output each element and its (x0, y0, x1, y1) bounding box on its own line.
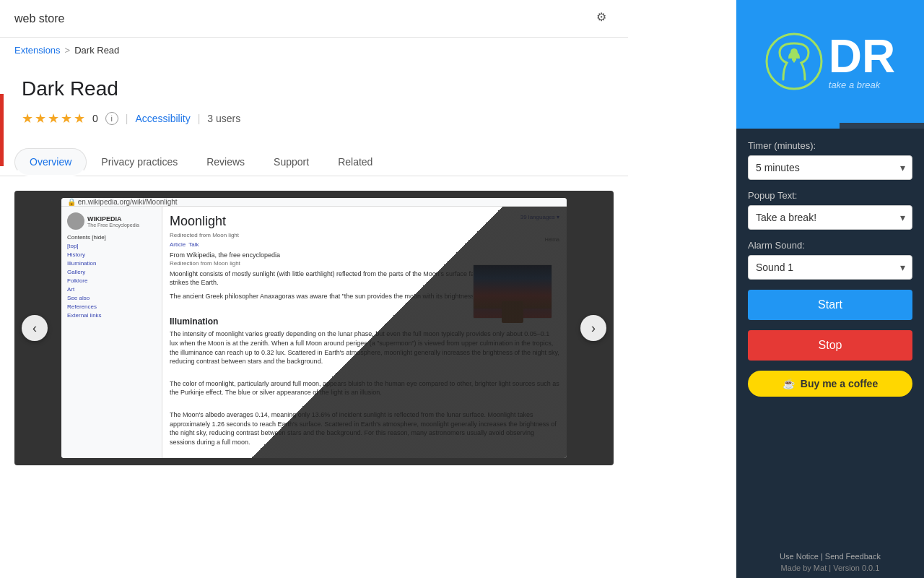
dr-logo-text: DR take a break (829, 33, 895, 90)
start-button[interactable]: Start (748, 290, 912, 320)
wiki-top-bar: 🔒 en.wikipedia.org/wiki/Moonlight (61, 198, 567, 207)
top-bar: web store ⚙ (0, 0, 628, 38)
dr-extension-popup: DR take a break Timer (minutes): 5 minut… (736, 0, 924, 578)
wiki-content: Moonlight Redirected from Moon light 39 … (162, 207, 567, 458)
popup-text-label: Popup Text: (748, 190, 912, 201)
dr-tagline: take a break (829, 79, 895, 90)
alarm-sound-field: Alarm Sound: Sound 1 Sound 2 Sound 3 ▾ (748, 240, 912, 280)
dr-logo-inner: DR take a break (765, 33, 895, 90)
gear-icon[interactable]: ⚙ (596, 10, 614, 27)
wiki-url: 🔒 en.wikipedia.org/wiki/Moonlight (67, 198, 178, 206)
wiki-sidebar-folklore[interactable]: Folklore (67, 277, 156, 284)
progress-bar-container (736, 123, 924, 129)
dr-logo-area: DR take a break (736, 0, 924, 123)
red-accent-bar (0, 94, 4, 166)
svg-point-2 (793, 61, 795, 63)
navigation-tabs: Overview Privacy practices Reviews Suppo… (0, 134, 628, 176)
extension-meta: ★ ★ ★ ★ ★ 0 i | Accessibility | 3 users (22, 111, 614, 126)
timer-field: Timer (minutes): 5 minutes 10 minutes 15… (748, 140, 912, 180)
coffee-label: Buy me a coffee (801, 378, 878, 389)
wiki-page-title: Moonlight (170, 214, 239, 229)
breadcrumb: Extensions > Dark Read (0, 38, 628, 63)
popup-text-select[interactable]: Take a break! Stand up! Drink water! (748, 205, 912, 230)
popup-text-field: Popup Text: Take a break! Stand up! Drin… (748, 190, 912, 230)
accessibility-link[interactable]: Accessibility (135, 113, 190, 124)
wiki-albedo-text: The Moon's albedo averages 0.14, meaning… (170, 410, 559, 447)
tab-overview[interactable]: Overview (14, 148, 87, 176)
screenshot-area: ‹ 🔒 en.wikipedia.org/wiki/Moonlight WIKI… (14, 191, 614, 465)
stop-button[interactable]: Stop (748, 330, 912, 361)
alarm-sound-select-wrapper: Sound 1 Sound 2 Sound 3 ▾ (748, 255, 912, 280)
star-2: ★ (35, 111, 46, 126)
extension-title: Dark Read (22, 77, 614, 100)
wiki-body: WIKIPEDIA The Free Encyclopedia Contents… (61, 207, 567, 458)
popup-content: Timer (minutes): 5 minutes 10 minutes 15… (736, 129, 924, 552)
send-feedback-link[interactable]: Send Feedback (825, 552, 881, 561)
progress-bar-fill (736, 123, 840, 129)
timer-label: Timer (minutes): (748, 140, 912, 151)
meta-divider: | (126, 113, 128, 124)
top-bar-right: ⚙ (596, 10, 614, 27)
screenshot-prev-button[interactable]: ‹ (22, 315, 48, 341)
footer-links: Use Notice | Send Feedback (748, 552, 912, 561)
users-count: 3 users (207, 113, 240, 124)
timer-select[interactable]: 5 minutes 10 minutes 15 minutes 30 minut… (748, 155, 912, 180)
footer-version: Made by Mat | Version 0.0.1 (748, 564, 912, 572)
breadcrumb-current: Dark Read (74, 45, 119, 56)
breadcrumb-separator: > (65, 45, 71, 56)
popup-footer: Use Notice | Send Feedback Made by Mat |… (736, 552, 924, 578)
meta-divider-2: | (198, 113, 201, 124)
store-title: web store (14, 12, 64, 25)
rating-count: 0 (92, 113, 98, 124)
wiki-sidebar: WIKIPEDIA The Free Encyclopedia Contents… (61, 207, 162, 458)
wiki-sidebar-art[interactable]: Art (67, 286, 156, 293)
star-3: ★ (48, 111, 59, 126)
use-notice-link[interactable]: Use Notice (780, 552, 819, 561)
alarm-sound-select[interactable]: Sound 1 Sound 2 Sound 3 (748, 255, 912, 280)
wiki-color-text: The color of moonlight, particularly aro… (170, 379, 559, 397)
screenshot-next-button[interactable]: › (580, 315, 606, 341)
tab-reviews[interactable]: Reviews (192, 149, 259, 176)
coffee-button[interactable]: ☕ Buy me a coffee (748, 371, 912, 397)
wiki-sidebar-contents: Contents [hide] (67, 234, 156, 241)
tab-privacy[interactable]: Privacy practices (87, 149, 192, 176)
wiki-sidebar-history[interactable]: History (67, 251, 156, 258)
tab-related[interactable]: Related (323, 149, 387, 176)
wiki-sidebar-references[interactable]: References (67, 303, 156, 310)
wiki-illumination-text: The intensity of moonlight varies greatl… (170, 329, 559, 366)
dr-letters: DR (829, 33, 895, 79)
dr-logo-icon (765, 33, 823, 90)
breadcrumb-extensions[interactable]: Extensions (14, 45, 61, 56)
web-store-area: web store ⚙ Extensions > Dark Read Dark … (0, 0, 628, 578)
coffee-icon: ☕ (783, 378, 795, 389)
wiki-image (473, 264, 552, 319)
wiki-sidebar-top[interactable]: [top] (67, 243, 156, 249)
wiki-sidebar-external[interactable]: External links (67, 312, 156, 319)
wikipedia-screenshot: 🔒 en.wikipedia.org/wiki/Moonlight WIKIPE… (61, 198, 567, 458)
wiki-sidebar-illumination[interactable]: Illumination (67, 260, 156, 267)
alarm-sound-label: Alarm Sound: (748, 240, 912, 251)
timer-select-wrapper: 5 minutes 10 minutes 15 minutes 30 minut… (748, 155, 912, 180)
star-1: ★ (22, 111, 33, 126)
tab-support[interactable]: Support (259, 149, 323, 176)
popup-text-select-wrapper: Take a break! Stand up! Drink water! ▾ (748, 205, 912, 230)
info-icon[interactable]: i (105, 112, 118, 125)
star-5: ★ (74, 111, 85, 126)
extension-header: Dark Read ★ ★ ★ ★ ★ 0 i | Accessibility … (0, 63, 628, 134)
wiki-sidebar-gallery[interactable]: Gallery (67, 269, 156, 275)
wiki-sidebar-seealso[interactable]: See also (67, 295, 156, 301)
wiki-intro-text: From Wikipedia, the free encyclopedia (170, 251, 559, 260)
star-4: ★ (61, 111, 72, 126)
footer-pipe: | (821, 552, 823, 561)
star-rating: ★ ★ ★ ★ ★ (22, 111, 85, 126)
wiki-image-caption: Helma (545, 237, 559, 242)
